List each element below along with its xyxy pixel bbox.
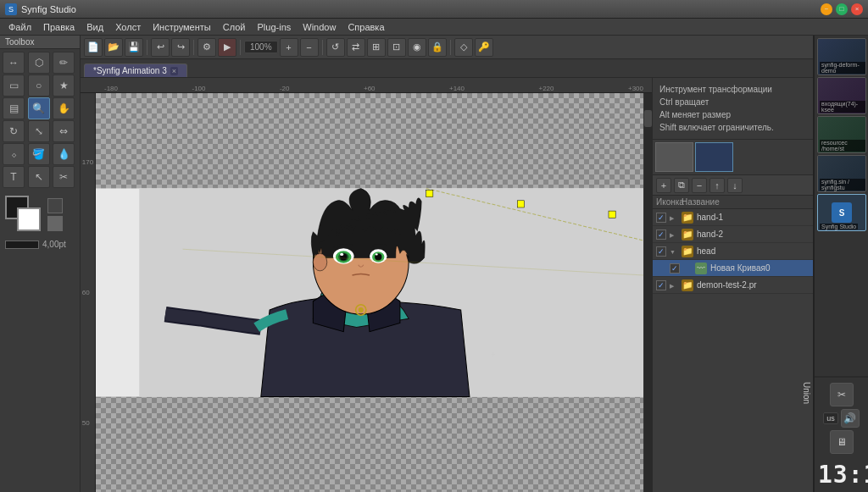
layer-vis-hand1[interactable] [656,213,666,223]
tb-zoom-out[interactable]: − [300,38,319,57]
layers-tb-up[interactable]: ↑ [709,178,725,193]
layer-name-demon: demon-test-2.pr [697,280,810,290]
layers-tb-new[interactable]: + [656,178,671,193]
minimize-button[interactable]: − [821,3,832,15]
menu-view[interactable]: Вид [81,21,108,33]
dock-thumb-deform[interactable]: synfig-deform-demo [817,38,866,75]
menu-edit[interactable]: Правка [38,21,80,33]
dock-thumb-synfig-sin[interactable]: synfig.sin / synfigstu [817,155,866,192]
menu-help[interactable]: Справка [342,21,389,33]
tool-transform[interactable]: ↔ [3,52,25,74]
dock-thumb-studio[interactable]: S Synfig Studio [817,194,866,231]
layer-name-curve: Новая Кривая0 [710,263,810,273]
info-line2: Ctrl вращает [659,96,806,108]
tb-open[interactable]: 📂 [104,38,123,57]
tool-mirror[interactable]: ⇔ [53,120,75,142]
canvas-bg: + [96,93,643,492]
tb-rotate-left[interactable]: ↺ [326,38,345,57]
menu-file[interactable]: Файл [3,21,36,33]
tool-node[interactable]: ⬡ [28,52,50,74]
dock-cut[interactable]: ✂ [830,383,854,406]
tool-fill[interactable]: 🪣 [28,143,50,165]
canvas-and-right: -180 -100 -20 +60 +140 +220 +300 170 [81,78,813,492]
dock-lang[interactable]: us [823,412,838,424]
tb-render-settings[interactable]: ⚙ [198,38,216,57]
tb-snap[interactable]: ⊡ [387,38,406,57]
tb-save[interactable]: 💾 [125,38,143,57]
layers-tb-down[interactable]: ↓ [727,178,743,193]
menu-canvas[interactable]: Холст [110,21,146,33]
tool-circle[interactable]: ○ [28,75,50,97]
layer-item-curve[interactable]: 〰 Новая Кривая0 [653,260,813,277]
dock-thumb-ksee[interactable]: входящи(74)-ksee [817,77,866,114]
layer-item-head[interactable]: 📁 head [653,243,813,260]
tool-bline[interactable]: ✏ [53,52,75,74]
tool-zoom[interactable]: 🔍 [28,97,50,119]
layer-vis-demon[interactable] [656,280,666,290]
tb-render[interactable]: ▶ [218,38,236,57]
tb-undo[interactable]: ↩ [151,38,170,57]
menu-plugins[interactable]: Plug-ins [253,21,297,33]
layers-tb-delete[interactable]: − [692,178,707,193]
tool-rotate[interactable]: ↻ [3,120,25,142]
canvas-scrollbar-v[interactable] [643,93,652,492]
canvas-tab[interactable]: *Synfig Animation 3 × [84,64,187,77]
canvas-viewport[interactable]: + [96,93,643,492]
menu-window[interactable]: Window [298,21,341,33]
tool-eyedrop[interactable]: 💧 [53,143,75,165]
tool-rect[interactable]: ▭ [3,75,25,97]
dock-monitor[interactable]: 🖥 [830,430,854,454]
tool-feather[interactable]: ⬦ [3,143,25,165]
dock-tools: ✂ us 🔊 🖥 [815,379,868,457]
small-thumb-2-active[interactable] [695,142,733,172]
tb-grid[interactable]: ⊞ [367,38,386,57]
layer-expand-hand2[interactable] [670,230,678,239]
svg-point-8 [340,253,343,256]
layer-item-hand1[interactable]: 📁 hand-1 [653,209,813,226]
background-color-swatch[interactable] [17,207,41,231]
layer-item-hand2[interactable]: 📁 hand-2 [653,226,813,243]
zoom-control[interactable]: 100% [244,41,278,53]
layers-toolbar: + ⧉ − ↑ ↓ [653,175,813,196]
tool-scale[interactable]: ⤡ [28,120,50,142]
layer-vis-head[interactable] [656,246,666,257]
outline-swatch[interactable] [47,198,63,213]
layer-expand-head[interactable] [670,247,678,256]
scroll-thumb-v[interactable] [644,110,652,127]
tool-text[interactable]: T [3,166,25,188]
layer-item-demon[interactable]: 📁 demon-test-2.pr [653,277,813,294]
outline-width-display: 4,00pt [0,238,80,251]
layer-icon-hand2: 📁 [682,229,693,240]
tool-star[interactable]: ★ [53,75,75,97]
tool-pan[interactable]: ✋ [53,97,75,119]
tool-cut[interactable]: ✂ [53,166,75,188]
svg-point-13 [313,253,326,271]
layer-vis-curve[interactable] [670,263,680,274]
layer-vis-hand2[interactable] [656,229,666,240]
tool-cursor[interactable]: ↖ [28,166,50,188]
tb-redo[interactable]: ↪ [171,38,190,57]
menu-layer[interactable]: Слой [218,21,251,33]
tool-gradient[interactable]: ▤ [3,97,25,119]
small-thumb-1[interactable] [655,142,693,172]
menu-tools[interactable]: Инструменты [147,21,216,33]
svg-point-15 [359,307,364,312]
maximize-button[interactable]: □ [836,3,848,15]
layer-expand-demon[interactable] [670,281,678,290]
tb-waypoint[interactable]: ◇ [454,38,473,57]
close-button[interactable]: × [851,3,863,15]
tb-keyframe[interactable]: 🔑 [475,38,493,57]
layer-expand-hand1[interactable] [670,213,678,222]
canvas-tab-close[interactable]: × [170,67,178,75]
tb-lock[interactable]: 🔒 [428,38,447,57]
layers-tb-duplicate[interactable]: ⧉ [674,178,689,193]
layer-icon-curve: 〰 [695,263,707,274]
dock-audio[interactable]: 🔊 [841,409,860,428]
tb-flip-h[interactable]: ⇄ [347,38,365,57]
tb-zoom-in[interactable]: + [280,38,298,57]
dock-thumb-resource[interactable]: resourcec /home/st [817,116,866,153]
tb-onion[interactable]: ◉ [408,38,426,57]
fill-swatch[interactable] [47,216,63,231]
layer-expand-curve[interactable] [683,264,692,273]
tb-new[interactable]: 📄 [84,38,103,57]
